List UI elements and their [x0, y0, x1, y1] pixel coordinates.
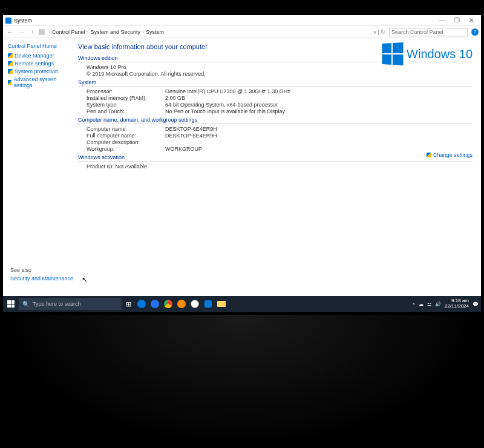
remote-settings-link[interactable]: Remote settings	[8, 61, 65, 67]
window-title: System	[14, 18, 32, 24]
control-panel-home-link[interactable]: Control Panel Home	[8, 43, 65, 49]
tray-chevron-icon[interactable]: ^	[413, 301, 415, 307]
system-type-row: System type:64-bit Operating System, x64…	[87, 102, 473, 108]
shield-icon	[8, 80, 11, 85]
clock-date: 22/11/2024	[445, 304, 469, 309]
cursor-icon: ↖	[82, 275, 88, 284]
notifications-icon[interactable]: 💬	[473, 301, 479, 307]
clock[interactable]: 9:18 am 22/11/2024	[445, 298, 469, 309]
back-button[interactable]: ←	[5, 28, 14, 35]
laptop-keyboard-area	[0, 315, 484, 448]
taskbar-search[interactable]: 🔍 Type here to search	[19, 298, 122, 310]
device-manager-link[interactable]: Device Manager	[8, 53, 65, 59]
breadcrumb[interactable]: › Control Panel › System and Security › …	[48, 29, 370, 35]
change-settings-link[interactable]: Change settings	[427, 152, 473, 158]
system-tray: ^ ☁ ⚍ 🔊 9:18 am 22/11/2024 💬	[413, 298, 481, 309]
security-maintenance-link[interactable]: Security and Maintenance	[10, 275, 73, 282]
activation-header: Windows activation	[78, 154, 473, 162]
crumb-system[interactable]: System	[146, 29, 164, 35]
pen-touch-row: Pen and Touch:No Pen or Touch Input is a…	[87, 108, 473, 114]
sidebar: Control Panel Home Device Manager Remote…	[3, 38, 70, 312]
address-bar: ← → ↑ › Control Panel › System and Secur…	[3, 26, 481, 38]
titlebar: System — ❐ ✕	[3, 15, 481, 26]
see-also-title: See also	[10, 267, 73, 273]
full-computer-name-row: Full computer name:DESKTOP-6E4ER9H	[87, 133, 473, 139]
edition-name: Windows 10 Pro	[87, 64, 473, 70]
windows-logo-text: Windows 10	[407, 47, 473, 61]
volume-icon[interactable]: 🔊	[435, 301, 441, 307]
search-placeholder: Type here to search	[33, 301, 81, 307]
store-icon[interactable]	[148, 296, 162, 312]
shield-icon	[8, 53, 13, 58]
search-icon: 🔍	[22, 301, 30, 308]
see-also: See also Security and Maintenance	[10, 267, 73, 282]
search-input[interactable]	[389, 28, 468, 36]
wifi-icon[interactable]: ⚍	[427, 301, 431, 307]
windows-logo: Windows 10	[381, 43, 473, 65]
system-window: System — ❐ ✕ ← → ↑ › Control Panel › Sys…	[3, 15, 481, 312]
workgroup-row: Workgroup:WORKGROUP	[87, 146, 473, 152]
crumb-control-panel[interactable]: Control Panel	[52, 29, 85, 35]
onedrive-icon[interactable]: ☁	[419, 301, 424, 307]
computer-name-row: Computer name:DESKTOP-6E4ER9H	[87, 126, 473, 132]
up-button[interactable]: ↑	[30, 28, 35, 35]
computer-name-header: Computer name, domain, and workgroup set…	[78, 117, 473, 124]
windows-logo-icon	[382, 42, 403, 65]
system-header: System	[78, 79, 473, 87]
start-button[interactable]	[3, 296, 19, 312]
system-icon	[5, 18, 11, 24]
app-icon-2[interactable]	[188, 296, 201, 312]
shield-icon	[8, 61, 13, 66]
edge-icon[interactable]	[135, 296, 148, 312]
shield-icon	[8, 69, 13, 74]
minimize-button[interactable]: —	[435, 17, 450, 24]
computer-description-row: Computer description:	[87, 139, 473, 145]
taskbar: 🔍 Type here to search ⊞ ^ ☁ ⚍ 🔊 9:18 am …	[3, 296, 481, 312]
app-icon-1[interactable]	[175, 296, 188, 312]
product-id: Product ID: Not Available	[87, 163, 473, 170]
system-protection-link[interactable]: System protection	[8, 68, 65, 74]
pc-icon	[39, 29, 45, 35]
edition-copyright: © 2019 Microsoft Corporation. All rights…	[87, 71, 473, 77]
breadcrumb-dropdown[interactable]: v | ↻	[373, 29, 385, 35]
security-icon[interactable]	[201, 296, 215, 312]
maximize-button[interactable]: ❐	[450, 17, 464, 24]
processor-row: Processor:Genuine Intel(R) CPU U7300 @ 1…	[87, 88, 473, 94]
help-icon[interactable]: ?	[471, 28, 479, 36]
ram-row: Installed memory (RAM):2.00 GB	[87, 95, 473, 101]
crumb-system-security[interactable]: System and Security	[91, 29, 141, 35]
chrome-icon[interactable]	[162, 296, 175, 312]
task-view-button[interactable]: ⊞	[122, 296, 135, 312]
close-button[interactable]: ✕	[464, 17, 479, 24]
explorer-icon[interactable]	[215, 296, 228, 312]
main-content: View basic information about your comput…	[70, 38, 481, 312]
advanced-system-settings-link[interactable]: Advanced system settings	[8, 76, 65, 88]
shield-icon	[427, 153, 431, 157]
forward-button[interactable]: →	[18, 28, 26, 35]
